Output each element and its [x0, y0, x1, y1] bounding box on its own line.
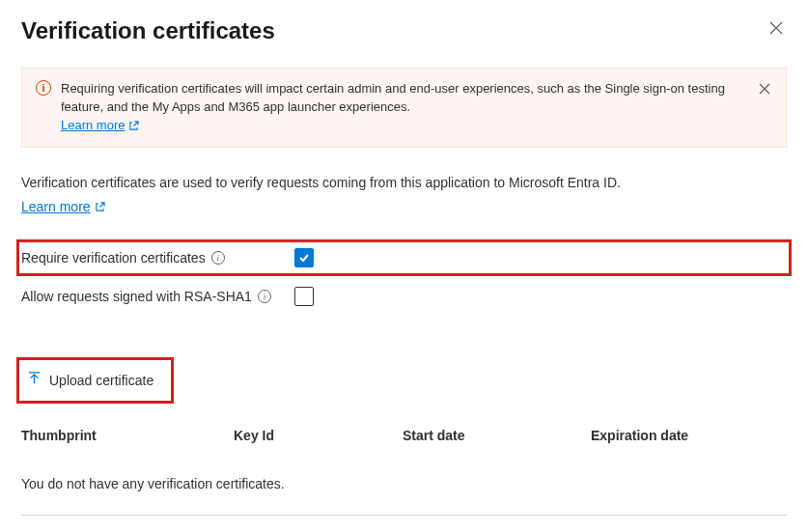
empty-certificates-message: You do not have any verification certifi…	[21, 476, 787, 491]
page-title: Verification certificates	[21, 17, 275, 44]
rsa-sha1-row: Allow requests signed with RSA-SHA1 i	[21, 287, 787, 306]
col-expiration-date: Expiration date	[591, 428, 787, 443]
external-link-icon	[95, 202, 105, 212]
description-learn-more-link[interactable]: Learn more	[21, 197, 105, 217]
banner-learn-more-label: Learn more	[61, 117, 125, 135]
upload-certificate-label: Upload certificate	[49, 373, 153, 388]
require-cert-label: Require verification certificates	[21, 250, 206, 266]
upload-section: Upload certificate	[21, 362, 787, 399]
info-tooltip-icon[interactable]: i	[211, 251, 225, 265]
footer-divider	[21, 515, 787, 516]
banner-close-icon[interactable]	[757, 80, 772, 99]
col-thumbprint: Thumbprint	[21, 428, 234, 443]
col-key-id: Key Id	[234, 428, 403, 443]
banner-text-block: Requiring verification certificates will…	[61, 80, 747, 135]
description-learn-more-label: Learn more	[21, 197, 91, 217]
close-icon[interactable]	[766, 17, 787, 42]
banner-text: Requiring verification certificates will…	[61, 81, 725, 114]
col-start-date: Start date	[403, 428, 591, 443]
info-tooltip-icon[interactable]: i	[258, 290, 271, 303]
checkbox-section: Require verification certificates i Allo…	[21, 244, 787, 306]
panel-header: Verification certificates	[21, 17, 787, 44]
require-cert-checkbox[interactable]	[294, 248, 314, 267]
info-icon: i	[36, 80, 51, 96]
info-banner: i Requiring verification certificates wi…	[21, 68, 787, 148]
upload-certificate-button[interactable]: Upload certificate	[27, 372, 153, 389]
require-cert-row: Require verification certificates i	[21, 244, 787, 271]
description-block: Verification certificates are used to ve…	[21, 173, 787, 217]
external-link-icon	[128, 121, 139, 131]
description-text: Verification certificates are used to ve…	[21, 173, 787, 193]
banner-learn-more-link[interactable]: Learn more	[61, 117, 139, 135]
rsa-sha1-label: Allow requests signed with RSA-SHA1	[21, 289, 252, 304]
upload-icon	[27, 372, 42, 389]
cert-table-header: Thumbprint Key Id Start date Expiration …	[21, 422, 787, 449]
rsa-sha1-checkbox[interactable]	[294, 287, 314, 306]
